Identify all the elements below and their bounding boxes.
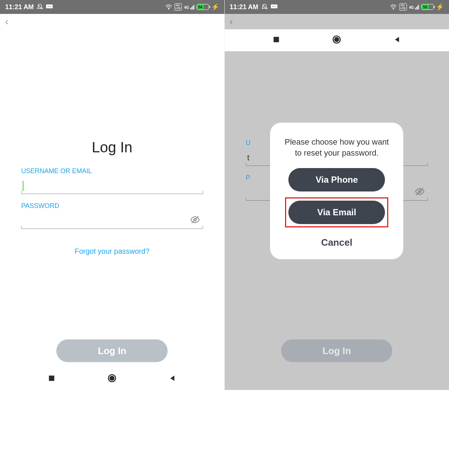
battery-icon: 54	[197, 4, 209, 10]
svg-point-10	[110, 376, 114, 380]
svg-point-3	[49, 6, 50, 7]
password-input[interactable]	[21, 213, 203, 229]
back-nav-icon[interactable]	[168, 374, 176, 384]
volte-icon: VOLTE	[175, 3, 182, 11]
username-label: USERNAME OR EMAIL	[21, 167, 203, 175]
phone-screen-login: 11:21 AM VOLTE 4G 54 ⚡	[0, 0, 225, 390]
signal-icon: 4G	[184, 5, 194, 10]
status-bar: 11:21 AM VOLTE 4G 54 ⚡	[0, 0, 224, 14]
svg-point-5	[168, 8, 169, 9]
cancel-button[interactable]: Cancel	[321, 237, 352, 248]
svg-point-15	[275, 6, 276, 7]
mute-icon	[261, 4, 268, 10]
forgot-password-link[interactable]: Forgot your password?	[21, 247, 203, 256]
signal-icon: 4G	[409, 5, 419, 10]
home-icon[interactable]	[107, 373, 117, 384]
password-label: PASSWORD	[21, 202, 203, 210]
status-time: 11:21 AM	[230, 3, 258, 11]
svg-point-4	[50, 6, 51, 7]
via-phone-button[interactable]: Via Phone	[288, 168, 385, 191]
message-icon	[271, 4, 277, 10]
dialog-message: Please choose how you want to reset your…	[280, 137, 393, 158]
svg-point-2	[48, 6, 49, 7]
modal-backdrop[interactable]: Please choose how you want to reset your…	[225, 14, 449, 368]
charging-icon: ⚡	[436, 3, 444, 11]
wifi-icon	[390, 4, 397, 10]
text-cursor	[23, 181, 23, 191]
message-icon	[46, 4, 53, 10]
status-bar: 11:21 AM VOLTE 4G 55 ⚡	[225, 0, 449, 14]
via-email-button[interactable]: Via Email	[288, 201, 385, 224]
svg-point-14	[274, 6, 274, 7]
svg-point-13	[272, 6, 273, 7]
login-content: Log In USERNAME OR EMAIL PASSWORD Forgot…	[0, 29, 224, 368]
status-time: 11:21 AM	[5, 3, 34, 11]
svg-rect-8	[49, 376, 55, 381]
volte-icon: VOLTE	[399, 3, 407, 11]
phone-screen-reset-dialog: 11:21 AM VOLTE 4G 55 ⚡	[225, 0, 449, 390]
page-title: Log In	[21, 139, 203, 156]
recent-apps-icon[interactable]	[48, 374, 56, 384]
toggle-password-visibility-icon[interactable]	[190, 215, 200, 227]
mute-icon	[37, 4, 43, 10]
android-nav-bar	[0, 368, 224, 390]
top-bar: ‹	[0, 14, 224, 29]
svg-point-16	[393, 8, 394, 9]
back-icon[interactable]: ‹	[5, 16, 8, 27]
wifi-icon	[165, 4, 172, 10]
password-field-group: PASSWORD	[21, 202, 203, 229]
charging-icon: ⚡	[211, 3, 219, 11]
highlight-annotation: Via Email	[285, 197, 388, 227]
username-field-group: USERNAME OR EMAIL	[21, 167, 203, 194]
username-input[interactable]	[21, 178, 203, 194]
reset-password-dialog: Please choose how you want to reset your…	[270, 123, 403, 259]
login-button[interactable]: Log In	[56, 339, 168, 362]
battery-icon: 55	[421, 4, 434, 10]
